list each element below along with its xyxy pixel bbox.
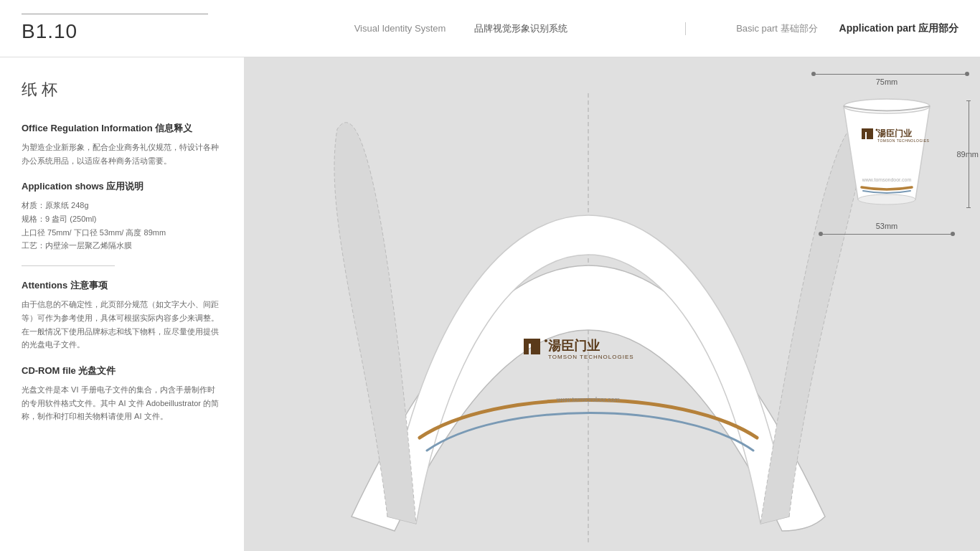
svg-text:TOMSON TECHNOLOGIES: TOMSON TECHNOLOGIES (877, 138, 930, 143)
dim-top-label: 75mm (804, 77, 969, 86)
dim-top-row (804, 72, 969, 76)
svg-point-10 (545, 339, 547, 342)
attention-body: 由于信息的不确定性，此页部分规范（如文字大小、间距等）可作为参考使用，具体可根据… (22, 298, 222, 352)
app-line-2: 规格：9 盎司 (250ml) (22, 212, 222, 226)
svg-rect-18 (870, 131, 873, 139)
cup-preview-area: 75mm 89mm (804, 72, 969, 236)
page-number: B1.10 (22, 20, 265, 43)
dim-dot-right (965, 72, 969, 76)
header: B1.10 Visual Identity System 品牌视觉形象识别系统 … (0, 0, 980, 57)
dim-height-bracket (969, 95, 969, 214)
svg-rect-8 (535, 339, 540, 344)
attention-heading: Attentions 注意事项 (22, 279, 222, 292)
svg-rect-7 (535, 343, 540, 354)
cdrom-body: 光盘文件是本 VI 手册电子文件的集合，内含手册制作时的专用软件格式文件。其中 … (22, 383, 222, 423)
main-title: 纸 杯 (22, 79, 222, 100)
dim-line-top (816, 74, 965, 75)
vi-label: Visual Identity System (354, 23, 446, 34)
app-line-4: 工艺：内壁涂一层聚乙烯隔水膜 (22, 239, 222, 253)
dim-bottom-label: 53mm (804, 222, 969, 230)
svg-rect-19 (870, 128, 873, 132)
svg-text:www.tomsondoor.com: www.tomsondoor.com (556, 396, 620, 403)
app-line-1: 材质：原浆纸 248g (22, 199, 222, 212)
basic-label: Basic part 基础部分 (736, 22, 817, 35)
left-panel: 纸 杯 Office Regulation Information 信息释义 为… (0, 57, 244, 551)
svg-text:湯臣门业: 湯臣门业 (548, 338, 600, 353)
regulation-body: 为塑造企业新形象，配合企业商务礼仪规范，特设计各种办公系统用品，以适应各种商务活… (22, 141, 222, 167)
application-heading: Application shows 应用说明 (22, 180, 222, 193)
header-center: Visual Identity System 品牌视觉形象识别系统 (265, 22, 686, 35)
dim-height-label: 89mm (956, 150, 979, 159)
header-right: Basic part 基础部分 Application part 应用部分 (686, 22, 958, 35)
dim-line-bottom (823, 234, 951, 235)
svg-text:www.tomsondoor.com: www.tomsondoor.com (862, 177, 912, 182)
svg-point-14 (858, 194, 915, 204)
header-left: B1.10 (22, 14, 265, 43)
app-label: Application part 应用部分 (839, 22, 958, 35)
svg-text:TOMSON TECHNOLOGIES: TOMSON TECHNOLOGIES (548, 354, 634, 360)
cdrom-heading: CD-ROM file 光盘文件 (22, 364, 222, 377)
divider-1 (22, 265, 115, 266)
dim-bottom-row (804, 230, 969, 236)
cup-3d-svg: 湯臣门业 TOMSON TECHNOLOGIES www.tomsondoor.… (822, 88, 951, 217)
svg-rect-6 (531, 339, 536, 354)
cup-3d-container: 89mm (822, 88, 951, 220)
header-line (22, 14, 208, 14)
dim-dot-br (951, 232, 955, 236)
cn-label: 品牌视觉形象识别系统 (474, 22, 567, 35)
regulation-heading: Office Regulation Information 信息释义 (22, 122, 222, 135)
svg-text:湯臣门业: 湯臣门业 (877, 128, 913, 138)
app-line-3: 上口径 75mm/ 下口径 53mm/ 高度 89mm (22, 226, 222, 240)
main-area: 湯臣门业 TOMSON TECHNOLOGIES www.tomsondoor.… (244, 57, 980, 551)
application-body: 材质：原浆纸 248g 规格：9 盎司 (250ml) 上口径 75mm/ 下口… (22, 199, 222, 253)
